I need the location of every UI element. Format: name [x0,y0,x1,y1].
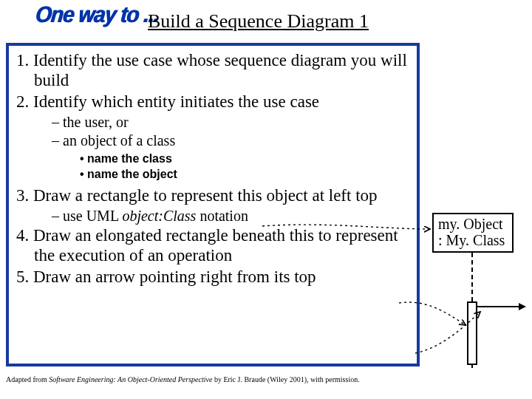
step-2-sub-b: an object of a class [52,132,409,150]
step-4: 4. Draw an elongated rectangle beneath t… [16,225,409,265]
step-3-sub-a-pre: use UML [63,208,122,224]
tag-one-way-to: One way to ... [34,1,160,27]
uml-class-name: : My. Class [438,232,508,248]
page-title: Build a Sequence Diagram 1 [148,10,369,33]
step-2-bullets: name the class name the object [80,151,409,183]
step-2: 2. Identify which entity initiates the u… [16,92,409,112]
citation-post: by Eric J. Braude (Wiley 2001), with per… [212,375,359,383]
content-box: 1. Identify the use case whose sequence … [6,43,420,366]
uml-activation-bar [467,301,477,365]
step-3-sub-a-post: notation [196,208,248,224]
citation-pre: Adapted from [6,375,49,383]
citation-title: Software Engineering: An Object-Oriented… [49,375,212,383]
step-2-bullet-b: name the object [80,167,409,183]
step-3-sub-a: use UML object:Class notation [52,207,409,225]
citation: Adapted from Software Engineering: An Ob… [6,375,360,383]
step-3-sub-a-ital: object:Class [122,208,196,224]
step-2-sub-a: the user, or [52,113,409,132]
step-5: 5. Draw an arrow pointing right from its… [16,267,409,287]
uml-object-name: my. Object [438,216,508,232]
step-3-sublist: use UML object:Class notation [52,207,409,225]
step-3: 3. Draw a rectangle to represent this ob… [16,185,409,205]
step-2-bullet-a: name the class [80,151,409,167]
uml-message-arrow [477,306,525,307]
step-1: 1. Identify the use case whose sequence … [16,50,409,90]
step-2-sublist: the user, or an object of a class [52,113,409,150]
uml-object-box: my. Object : My. Class [432,213,514,253]
header: One way to ... Build a Sequence Diagram … [0,0,532,41]
